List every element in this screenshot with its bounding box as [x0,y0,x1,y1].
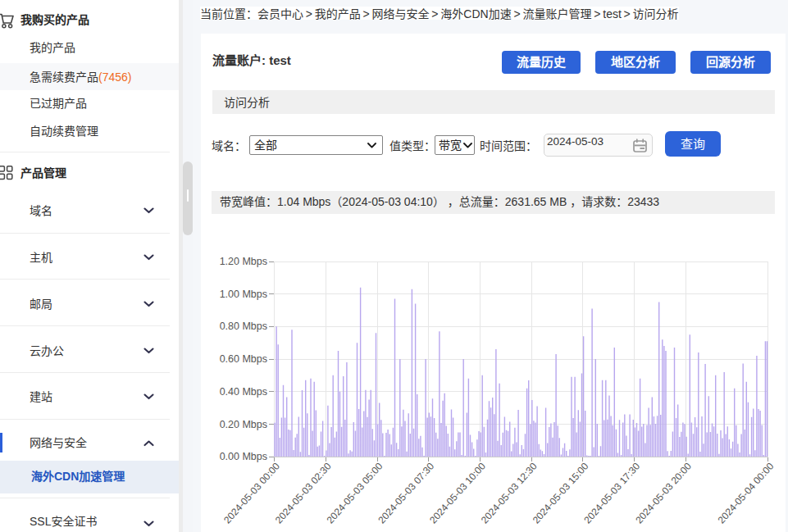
svg-text:0.40 Mbps: 0.40 Mbps [220,386,267,398]
svg-text:0.60 Mbps: 0.60 Mbps [220,353,267,365]
svg-text:0.00 Mbps: 0.00 Mbps [220,451,267,462]
svg-text:0.80 Mbps: 0.80 Mbps [220,321,267,332]
svg-text:2024-05-03 10:00: 2024-05-03 10:00 [427,460,488,525]
svg-text:1.20 Mbps: 1.20 Mbps [220,256,267,267]
svg-text:0.20 Mbps: 0.20 Mbps [220,419,267,430]
svg-text:2024-05-03 05:00: 2024-05-03 05:00 [325,460,385,525]
svg-text:2024-05-03 20:00: 2024-05-03 20:00 [633,460,694,525]
svg-text:2024-05-03 02:30: 2024-05-03 02:30 [273,460,334,525]
svg-text:1.00 Mbps: 1.00 Mbps [220,289,267,300]
svg-text:2024-05-03 07:30: 2024-05-03 07:30 [376,460,436,525]
svg-text:2024-05-04 00:00: 2024-05-04 00:00 [716,460,777,525]
svg-text:2024-05-03 17:30: 2024-05-03 17:30 [581,460,642,525]
svg-text:2024-05-03 15:00: 2024-05-03 15:00 [531,460,591,525]
svg-text:2024-05-03 00:00: 2024-05-03 00:00 [221,460,282,525]
svg-text:2024-05-03 12:30: 2024-05-03 12:30 [479,460,540,525]
